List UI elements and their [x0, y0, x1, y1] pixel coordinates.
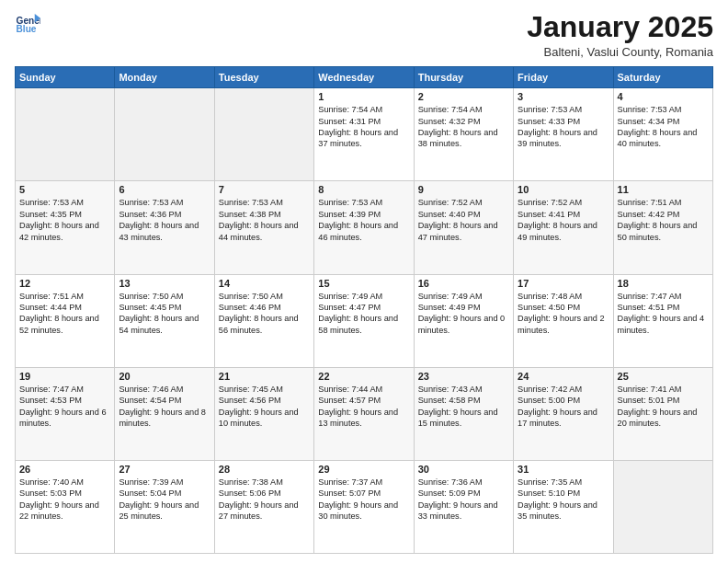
- day-number: 10: [518, 184, 609, 195]
- day-info: Sunrise: 7:41 AM Sunset: 5:01 PM Dayligh…: [618, 384, 709, 430]
- title-block: January 2025 Balteni, Vaslui County, Rom…: [527, 11, 713, 59]
- day-info: Sunrise: 7:42 AM Sunset: 5:00 PM Dayligh…: [518, 384, 609, 430]
- day-number: 25: [618, 371, 709, 382]
- calendar-cell: 14Sunrise: 7:50 AM Sunset: 4:46 PM Dayli…: [214, 274, 313, 367]
- calendar-cell: 23Sunrise: 7:43 AM Sunset: 4:58 PM Dayli…: [414, 367, 513, 460]
- weekday-header: Tuesday: [214, 67, 313, 88]
- calendar-cell: 13Sunrise: 7:50 AM Sunset: 4:45 PM Dayli…: [115, 274, 214, 367]
- calendar-cell: 4Sunrise: 7:53 AM Sunset: 4:34 PM Daylig…: [613, 88, 712, 181]
- day-info: Sunrise: 7:37 AM Sunset: 5:07 PM Dayligh…: [318, 477, 409, 523]
- day-info: Sunrise: 7:53 AM Sunset: 4:33 PM Dayligh…: [518, 104, 609, 150]
- day-number: 23: [418, 371, 509, 382]
- day-number: 28: [219, 464, 310, 475]
- calendar-cell: 1Sunrise: 7:54 AM Sunset: 4:31 PM Daylig…: [314, 88, 414, 181]
- calendar-cell: 6Sunrise: 7:53 AM Sunset: 4:36 PM Daylig…: [115, 181, 214, 274]
- day-info: Sunrise: 7:35 AM Sunset: 5:10 PM Dayligh…: [518, 477, 609, 523]
- day-number: 27: [119, 464, 210, 475]
- calendar-cell: 7Sunrise: 7:53 AM Sunset: 4:38 PM Daylig…: [214, 181, 313, 274]
- day-info: Sunrise: 7:39 AM Sunset: 5:04 PM Dayligh…: [119, 477, 210, 523]
- calendar-cell: 31Sunrise: 7:35 AM Sunset: 5:10 PM Dayli…: [514, 460, 613, 553]
- day-number: 15: [318, 278, 409, 289]
- svg-text:Blue: Blue: [17, 24, 37, 34]
- day-info: Sunrise: 7:38 AM Sunset: 5:06 PM Dayligh…: [219, 477, 310, 523]
- header: General Blue January 2025 Balteni, Vaslu…: [15, 11, 713, 59]
- day-number: 16: [418, 278, 509, 289]
- calendar-cell: 16Sunrise: 7:49 AM Sunset: 4:49 PM Dayli…: [414, 274, 513, 367]
- day-info: Sunrise: 7:53 AM Sunset: 4:35 PM Dayligh…: [19, 197, 110, 243]
- day-number: 5: [19, 184, 110, 195]
- day-number: 31: [518, 464, 609, 475]
- day-info: Sunrise: 7:53 AM Sunset: 4:36 PM Dayligh…: [119, 197, 210, 243]
- day-number: 29: [318, 464, 409, 475]
- calendar-cell: [613, 460, 712, 553]
- day-number: 4: [618, 91, 709, 102]
- day-number: 12: [19, 278, 110, 289]
- calendar-cell: 2Sunrise: 7:54 AM Sunset: 4:32 PM Daylig…: [414, 88, 513, 181]
- day-info: Sunrise: 7:53 AM Sunset: 4:38 PM Dayligh…: [219, 197, 310, 243]
- calendar-cell: 10Sunrise: 7:52 AM Sunset: 4:41 PM Dayli…: [514, 181, 613, 274]
- day-number: 30: [418, 464, 509, 475]
- calendar-cell: 19Sunrise: 7:47 AM Sunset: 4:53 PM Dayli…: [16, 367, 115, 460]
- day-info: Sunrise: 7:47 AM Sunset: 4:53 PM Dayligh…: [19, 384, 110, 430]
- day-number: 19: [19, 371, 110, 382]
- calendar-cell: 5Sunrise: 7:53 AM Sunset: 4:35 PM Daylig…: [16, 181, 115, 274]
- weekday-header: Friday: [514, 67, 613, 88]
- day-info: Sunrise: 7:51 AM Sunset: 4:44 PM Dayligh…: [19, 291, 110, 337]
- day-number: 24: [518, 371, 609, 382]
- day-info: Sunrise: 7:44 AM Sunset: 4:57 PM Dayligh…: [318, 384, 409, 430]
- day-info: Sunrise: 7:49 AM Sunset: 4:47 PM Dayligh…: [318, 291, 409, 337]
- calendar-cell: [115, 88, 214, 181]
- day-info: Sunrise: 7:51 AM Sunset: 4:42 PM Dayligh…: [618, 197, 709, 243]
- calendar-cell: 18Sunrise: 7:47 AM Sunset: 4:51 PM Dayli…: [613, 274, 712, 367]
- calendar-cell: 8Sunrise: 7:53 AM Sunset: 4:39 PM Daylig…: [314, 181, 414, 274]
- weekday-header: Monday: [115, 67, 214, 88]
- logo-icon: General Blue: [15, 11, 40, 37]
- weekday-header: Sunday: [16, 67, 115, 88]
- day-info: Sunrise: 7:48 AM Sunset: 4:50 PM Dayligh…: [518, 291, 609, 337]
- calendar-cell: 30Sunrise: 7:36 AM Sunset: 5:09 PM Dayli…: [414, 460, 513, 553]
- day-info: Sunrise: 7:47 AM Sunset: 4:51 PM Dayligh…: [618, 291, 709, 337]
- calendar-week-row: 26Sunrise: 7:40 AM Sunset: 5:03 PM Dayli…: [16, 460, 713, 553]
- day-number: 6: [119, 184, 210, 195]
- day-number: 9: [418, 184, 509, 195]
- weekday-header: Thursday: [414, 67, 513, 88]
- page: General Blue January 2025 Balteni, Vaslu…: [0, 0, 728, 563]
- logo: General Blue: [15, 11, 40, 37]
- day-number: 3: [518, 91, 609, 102]
- weekday-header: Saturday: [613, 67, 712, 88]
- day-info: Sunrise: 7:54 AM Sunset: 4:32 PM Dayligh…: [418, 104, 509, 150]
- calendar-cell: 17Sunrise: 7:48 AM Sunset: 4:50 PM Dayli…: [514, 274, 613, 367]
- day-number: 22: [318, 371, 409, 382]
- calendar-cell: 25Sunrise: 7:41 AM Sunset: 5:01 PM Dayli…: [613, 367, 712, 460]
- day-info: Sunrise: 7:49 AM Sunset: 4:49 PM Dayligh…: [418, 291, 509, 337]
- calendar-cell: [214, 88, 313, 181]
- day-number: 1: [318, 91, 409, 102]
- day-number: 7: [219, 184, 310, 195]
- calendar-cell: 15Sunrise: 7:49 AM Sunset: 4:47 PM Dayli…: [314, 274, 414, 367]
- calendar-cell: 21Sunrise: 7:45 AM Sunset: 4:56 PM Dayli…: [214, 367, 313, 460]
- day-info: Sunrise: 7:52 AM Sunset: 4:40 PM Dayligh…: [418, 197, 509, 243]
- day-info: Sunrise: 7:43 AM Sunset: 4:58 PM Dayligh…: [418, 384, 509, 430]
- location: Balteni, Vaslui County, Romania: [527, 45, 713, 59]
- calendar-cell: 9Sunrise: 7:52 AM Sunset: 4:40 PM Daylig…: [414, 181, 513, 274]
- calendar-week-row: 5Sunrise: 7:53 AM Sunset: 4:35 PM Daylig…: [16, 181, 713, 274]
- day-info: Sunrise: 7:45 AM Sunset: 4:56 PM Dayligh…: [219, 384, 310, 430]
- day-info: Sunrise: 7:53 AM Sunset: 4:39 PM Dayligh…: [318, 197, 409, 243]
- day-number: 21: [219, 371, 310, 382]
- weekday-header: Wednesday: [314, 67, 414, 88]
- calendar-cell: 27Sunrise: 7:39 AM Sunset: 5:04 PM Dayli…: [115, 460, 214, 553]
- weekday-header-row: SundayMondayTuesdayWednesdayThursdayFrid…: [16, 67, 713, 88]
- day-info: Sunrise: 7:36 AM Sunset: 5:09 PM Dayligh…: [418, 477, 509, 523]
- day-number: 18: [618, 278, 709, 289]
- day-number: 20: [119, 371, 210, 382]
- calendar-cell: 26Sunrise: 7:40 AM Sunset: 5:03 PM Dayli…: [16, 460, 115, 553]
- calendar-cell: 29Sunrise: 7:37 AM Sunset: 5:07 PM Dayli…: [314, 460, 414, 553]
- day-number: 8: [318, 184, 409, 195]
- calendar-cell: 12Sunrise: 7:51 AM Sunset: 4:44 PM Dayli…: [16, 274, 115, 367]
- calendar-cell: 22Sunrise: 7:44 AM Sunset: 4:57 PM Dayli…: [314, 367, 414, 460]
- calendar-cell: 3Sunrise: 7:53 AM Sunset: 4:33 PM Daylig…: [514, 88, 613, 181]
- day-number: 11: [618, 184, 709, 195]
- day-info: Sunrise: 7:46 AM Sunset: 4:54 PM Dayligh…: [119, 384, 210, 430]
- day-info: Sunrise: 7:40 AM Sunset: 5:03 PM Dayligh…: [19, 477, 110, 523]
- calendar-cell: [16, 88, 115, 181]
